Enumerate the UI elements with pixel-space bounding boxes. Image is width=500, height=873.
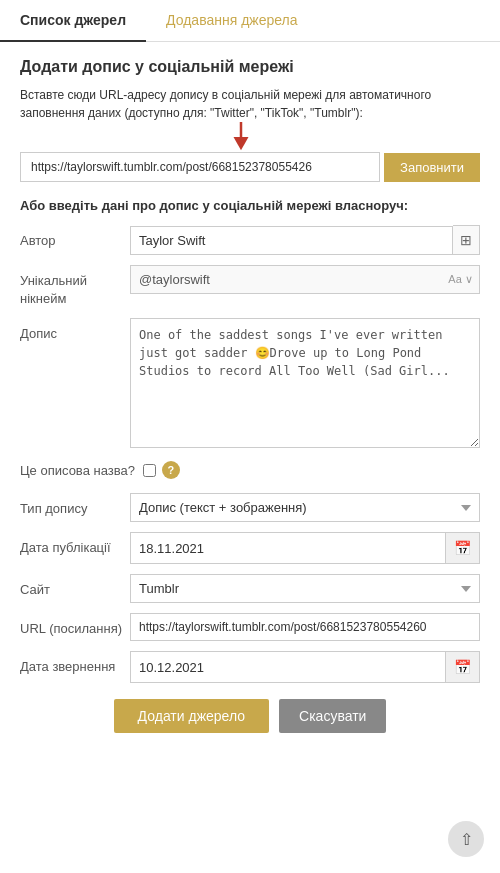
descriptive-checkbox[interactable] — [143, 464, 156, 477]
nickname-row: Унікальний нікнейм Аа ∨ — [20, 265, 480, 308]
descriptive-row: Це описова назва? ? — [20, 461, 480, 479]
site-label: Сайт — [20, 574, 130, 599]
author-field: ⊞ — [130, 225, 480, 255]
arrow-indicator — [227, 122, 255, 155]
post-type-label: Тип допису — [20, 493, 130, 518]
pub-date-field: 📅 — [130, 532, 480, 564]
post-row: Допис One of the saddest songs I've ever… — [20, 318, 480, 451]
access-date-input[interactable] — [131, 654, 445, 681]
post-type-row: Тип допису Допис (текст + зображення) Ві… — [20, 493, 480, 522]
url-field-row: URL (посилання) — [20, 613, 480, 641]
url-input-row: Заповнити — [20, 152, 480, 182]
fill-button[interactable]: Заповнити — [384, 153, 480, 182]
pub-date-calendar-icon[interactable]: 📅 — [445, 533, 479, 563]
post-type-select[interactable]: Допис (текст + зображення) Відео Зображе… — [130, 493, 480, 522]
tab-list[interactable]: Список джерел — [0, 0, 146, 42]
access-date-wrap: 📅 — [130, 651, 480, 683]
access-date-calendar-icon[interactable]: 📅 — [445, 652, 479, 682]
site-select[interactable]: Tumblr Twitter TikTok Instagram Facebook — [130, 574, 480, 603]
pub-date-row: Дата публікації 📅 — [20, 532, 480, 564]
author-label: Автор — [20, 225, 130, 250]
section-title: Додати допис у соціальній мережі — [20, 58, 480, 76]
site-row: Сайт Tumblr Twitter TikTok Instagram Fac… — [20, 574, 480, 603]
url-input[interactable] — [20, 152, 380, 182]
pub-date-input[interactable] — [131, 535, 445, 562]
access-date-field: 📅 — [130, 651, 480, 683]
descriptive-label: Це описова назва? — [20, 463, 135, 478]
url-description: Вставте сюди URL-адресу допису в соціаль… — [20, 86, 480, 122]
url-field-label: URL (посилання) — [20, 613, 130, 638]
nickname-field: Аа ∨ — [130, 265, 480, 294]
nickname-input[interactable] — [131, 266, 442, 293]
content-area: Додати допис у соціальній мережі Вставте… — [0, 42, 500, 765]
pub-date-label: Дата публікації — [20, 532, 130, 557]
or-text: Або введіть дані про допис у соціальній … — [20, 198, 480, 213]
chevron-up-icon: ⇧ — [460, 830, 473, 849]
aa-label[interactable]: Аа ∨ — [442, 273, 479, 286]
grid-icon[interactable]: ⊞ — [453, 225, 480, 255]
post-textarea[interactable]: One of the saddest songs I've ever writt… — [130, 318, 480, 448]
nickname-label: Унікальний нікнейм — [20, 265, 130, 308]
buttons-row: Додати джерело Скасувати — [20, 699, 480, 733]
url-field-input[interactable] — [130, 613, 480, 641]
tabs: Список джерел Додавання джерела — [0, 0, 500, 42]
access-date-label: Дата звернення — [20, 651, 130, 676]
site-field: Tumblr Twitter TikTok Instagram Facebook — [130, 574, 480, 603]
svg-marker-1 — [233, 137, 248, 150]
cancel-button[interactable]: Скасувати — [279, 699, 386, 733]
tab-add[interactable]: Додавання джерела — [146, 0, 317, 41]
access-date-row: Дата звернення 📅 — [20, 651, 480, 683]
add-source-button[interactable]: Додати джерело — [114, 699, 269, 733]
post-field: One of the saddest songs I've ever writt… — [130, 318, 480, 451]
help-icon[interactable]: ? — [162, 461, 180, 479]
author-input[interactable] — [130, 226, 453, 255]
pub-date-wrap: 📅 — [130, 532, 480, 564]
author-row: Автор ⊞ — [20, 225, 480, 255]
main-container: Список джерел Додавання джерела Додати д… — [0, 0, 500, 873]
url-field-value — [130, 613, 480, 641]
post-type-field: Допис (текст + зображення) Відео Зображе… — [130, 493, 480, 522]
post-label: Допис — [20, 318, 130, 343]
scroll-top-button[interactable]: ⇧ — [448, 821, 484, 857]
author-input-wrap: ⊞ — [130, 225, 480, 255]
nickname-input-wrap: Аа ∨ — [130, 265, 480, 294]
